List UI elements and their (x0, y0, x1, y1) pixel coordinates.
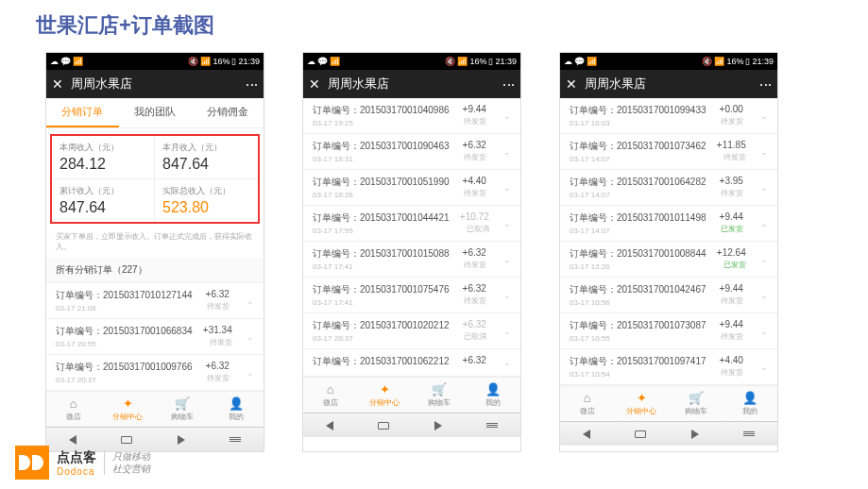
tab-commission[interactable]: 分销佣金 (191, 98, 264, 127)
order-status: 待发货 (720, 367, 743, 378)
nav-center[interactable]: ✦分销中心 (101, 392, 156, 427)
order-row[interactable]: 订单编号：2015031700104246703-17 10:56+9.44待发… (560, 278, 777, 313)
order-status: 待发货 (463, 152, 486, 162)
order-row[interactable]: 订单编号：2015031700107308703-17 10:55+9.44待发… (560, 313, 777, 349)
home-icon: ⌂ (327, 382, 334, 396)
order-row[interactable]: 订单编号：2015031700107346203-17 14:07+11.85待… (560, 134, 777, 170)
home-key[interactable] (121, 436, 132, 444)
star-icon: ✦ (380, 382, 390, 396)
order-id: 订单编号：20150317001011498 (570, 211, 706, 225)
order-id: 订单编号：20150317001075476 (313, 283, 450, 296)
tab-team[interactable]: 我的团队 (119, 98, 192, 127)
section-header[interactable]: 所有分销订单（227） (46, 258, 264, 283)
brand-slogan: 只做移动 社交营销 (104, 450, 150, 475)
close-icon[interactable]: ✕ (52, 76, 63, 92)
home-key[interactable] (378, 422, 389, 430)
chevron-down-icon: ⌄ (247, 296, 254, 306)
phone-3: ☁💬📶 🔇📶16%▯21:39 ✕ 周周水果店 ⋮ 订单编号：201503170… (559, 52, 778, 452)
clock-text: 21:39 (752, 57, 774, 66)
order-row[interactable]: 订单编号：2015031700100884403-17 12:26+12.64已… (560, 242, 777, 278)
nav-me[interactable]: 👤我的 (723, 386, 778, 421)
stat-week: 本周收入（元） 284.12 (52, 136, 155, 179)
wifi-icon: 📶 (714, 57, 724, 66)
order-id: 订单编号：20150317001008844 (570, 247, 706, 261)
more-icon[interactable]: ⋮ (758, 78, 774, 90)
back-key[interactable] (583, 430, 590, 439)
order-time: 03-17 16:03 (570, 119, 706, 127)
chevron-down-icon: ⌄ (760, 255, 768, 264)
order-row[interactable]: 订单编号：2015031700100976603-17 20:37+6.32待发… (46, 355, 264, 391)
app-bar: ✕ 周周水果店 ⋮ (560, 70, 777, 98)
order-amount: +6.32 (463, 319, 486, 329)
nav-me[interactable]: 👤我的 (210, 392, 264, 427)
stat-value: 847.64 (162, 156, 250, 173)
stat-label: 本周收入（元） (60, 142, 146, 154)
forward-key[interactable] (691, 430, 699, 439)
order-status: 已发货 (717, 260, 746, 270)
order-amount: +31.34 (203, 325, 232, 335)
chevron-down-icon: ⌄ (247, 332, 254, 342)
user-icon: 👤 (742, 391, 757, 405)
menu-key[interactable] (486, 423, 498, 428)
home-icon: ⌂ (584, 391, 591, 405)
star-icon: ✦ (637, 391, 647, 405)
order-row[interactable]: 订单编号：2015031700104098603-17 19:25+9.44待发… (303, 98, 520, 134)
order-id: 订单编号：20150317001015088 (313, 247, 450, 261)
nav-cart[interactable]: 🛒购物车 (412, 378, 467, 413)
order-row[interactable]: 订单编号：2015031700107547603-17 17:41+6.32待发… (303, 278, 520, 313)
order-row[interactable]: 订单编号：2015031700109943303-17 16:03+0.00待发… (560, 98, 777, 134)
order-row[interactable]: 订单编号：2015031700106428203-17 14:07+3.95待发… (560, 170, 777, 206)
nav-center[interactable]: ✦分销中心 (615, 386, 670, 421)
forward-key[interactable] (434, 421, 442, 430)
order-row[interactable]: 订单编号：2015031700105199003-17 18:26+4.40待发… (303, 170, 520, 206)
stat-label: 本月收入（元） (162, 142, 250, 154)
more-icon[interactable]: ⋮ (245, 78, 260, 90)
star-icon: ✦ (123, 396, 133, 411)
order-row[interactable]: 订单编号：2015031700102021203-17 20:37+6.32已取… (303, 313, 520, 349)
order-time: 03-17 17:41 (313, 262, 450, 271)
cloud-icon: ☁ (307, 57, 315, 66)
nav-cart[interactable]: 🛒购物车 (155, 392, 210, 427)
forward-key[interactable] (178, 435, 185, 445)
order-row[interactable]: 订单编号：20150317001062212+6.32⌄ (303, 349, 520, 377)
chevron-down-icon: ⌄ (760, 219, 768, 228)
menu-key[interactable] (743, 431, 755, 436)
order-row[interactable]: 订单编号：2015031700104442103-17 17:55+10.72已… (303, 206, 520, 242)
order-id: 订单编号：20150317001064282 (570, 176, 706, 189)
home-key[interactable] (635, 430, 646, 438)
order-row[interactable]: 订单编号：2015031700101508803-17 17:41+6.32待发… (303, 242, 520, 278)
order-id: 订单编号：20150317001062212 (313, 355, 450, 368)
stat-value: 847.64 (60, 199, 146, 216)
order-row[interactable]: 订单编号：2015031700101149803-17 14:07+9.44已发… (560, 206, 777, 242)
android-nav-keys (560, 421, 777, 446)
chevron-down-icon: ⌄ (503, 358, 511, 367)
nav-center[interactable]: ✦分销中心 (358, 378, 413, 413)
order-time: 03-17 20:37 (313, 334, 450, 343)
android-nav-keys (303, 413, 520, 437)
close-icon[interactable]: ✕ (309, 76, 320, 92)
back-key[interactable] (69, 435, 77, 445)
order-id: 订单编号：20150317001073087 (570, 319, 706, 332)
signal-icon: 📶 (73, 57, 83, 66)
order-row[interactable]: 订单编号：2015031700109046303-17 18:31+6.32待发… (303, 134, 520, 170)
clock-text: 21:39 (495, 57, 517, 66)
order-row[interactable]: 订单编号：2015031700109741703-17 10:54+4.40待发… (560, 349, 777, 385)
nav-shop[interactable]: ⌂微店 (303, 378, 358, 413)
order-row[interactable]: 订单编号：2015031700106683403-17 20:55+31.34待… (46, 319, 264, 355)
logo-mark (15, 446, 49, 480)
back-key[interactable] (326, 421, 333, 430)
order-time: 03-17 14:07 (570, 227, 706, 235)
more-icon[interactable]: ⋮ (502, 78, 517, 90)
tab-orders[interactable]: 分销订单 (46, 98, 119, 127)
nav-me[interactable]: 👤我的 (467, 378, 521, 413)
menu-key[interactable] (230, 437, 241, 442)
close-icon[interactable]: ✕ (566, 76, 577, 92)
order-status: 待发货 (720, 116, 743, 126)
order-row[interactable]: 订单编号：2015031701012714403-17 21:08+6.32待发… (46, 283, 264, 319)
order-status: 待发货 (463, 188, 486, 198)
nav-cart[interactable]: 🛒购物车 (669, 386, 723, 421)
chevron-down-icon: ⌄ (760, 363, 768, 372)
nav-shop[interactable]: ⌂微店 (46, 392, 101, 427)
order-amount: +6.32 (206, 289, 230, 299)
nav-shop[interactable]: ⌂微店 (560, 386, 615, 421)
